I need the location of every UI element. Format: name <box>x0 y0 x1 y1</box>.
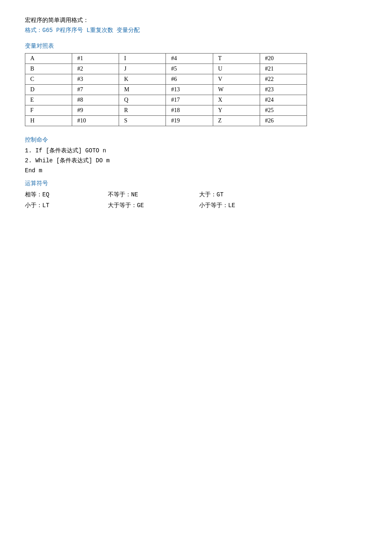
table-cell-var: #20 <box>260 54 307 64</box>
table-cell-var: #22 <box>260 74 307 85</box>
table-cell-letter: J <box>119 64 166 74</box>
table-cell-var: #24 <box>260 95 307 105</box>
table-cell-var: #4 <box>166 54 213 64</box>
table-cell-letter: Z <box>213 116 260 126</box>
table-cell-var: #7 <box>72 85 119 95</box>
table-cell-letter: A <box>25 54 72 64</box>
table-cell-letter: Q <box>119 95 166 105</box>
operators-rows: 相等：EQ不等于：NE大于：GT小于：LT大于等于：GE小于等于：LE <box>25 190 367 210</box>
ops-cell: 大于：GT <box>199 190 290 200</box>
table-cell-var: #13 <box>166 85 213 95</box>
ops-cell: 大于等于：GE <box>108 200 199 211</box>
table-cell-letter: T <box>213 54 260 64</box>
operators-section: 运算符号 相等：EQ不等于：NE大于：GT小于：LT大于等于：GE小于等于：LE <box>25 180 367 210</box>
variable-table: A#1I#4T#20B#2J#5U#21C#3K#6V#22D#7M#13W#2… <box>25 53 307 126</box>
variable-table-section: 变量对照表 A#1I#4T#20B#2J#5U#21C#3K#6V#22D#7M… <box>25 42 367 126</box>
ops-cell: 小于：LT <box>25 200 108 211</box>
table-cell-letter: F <box>25 105 72 116</box>
table-cell-var: #2 <box>72 64 119 74</box>
table-cell-var: #6 <box>166 74 213 85</box>
table-cell-letter: D <box>25 85 72 95</box>
table-cell-var: #9 <box>72 105 119 116</box>
ops-row: 相等：EQ不等于：NE大于：GT <box>25 190 367 200</box>
table-cell-letter: C <box>25 74 72 85</box>
table-cell-letter: B <box>25 64 72 74</box>
variable-table-title: 变量对照表 <box>25 42 367 50</box>
control-line: 1. If [条件表达式] GOTO n <box>25 146 367 156</box>
table-cell-var: #1 <box>72 54 119 64</box>
operators-title: 运算符号 <box>25 180 367 187</box>
table-cell-var: #17 <box>166 95 213 105</box>
ops-row: 小于：LT大于等于：GE小于等于：LE <box>25 200 367 211</box>
table-cell-letter: W <box>213 85 260 95</box>
table-cell-letter: U <box>213 64 260 74</box>
table-cell-letter: X <box>213 95 260 105</box>
table-cell-letter: R <box>119 105 166 116</box>
table-cell-letter: H <box>25 116 72 126</box>
table-cell-var: #3 <box>72 74 119 85</box>
table-cell-var: #19 <box>166 116 213 126</box>
intro-title: 宏程序的简单调用格式： <box>25 17 367 24</box>
control-line: End m <box>25 166 367 176</box>
table-cell-var: #8 <box>72 95 119 105</box>
table-cell-var: #10 <box>72 116 119 126</box>
table-cell-letter: M <box>119 85 166 95</box>
table-cell-letter: Y <box>213 105 260 116</box>
format-line: 格式：G65 P程序序号 L重复次数 变量分配 <box>25 27 367 34</box>
table-cell-letter: E <box>25 95 72 105</box>
table-cell-var: #18 <box>166 105 213 116</box>
ops-cell: 相等：EQ <box>25 190 108 200</box>
table-cell-var: #26 <box>260 116 307 126</box>
table-cell-letter: K <box>119 74 166 85</box>
table-cell-var: #21 <box>260 64 307 74</box>
control-title: 控制命令 <box>25 136 367 144</box>
table-cell-var: #5 <box>166 64 213 74</box>
table-cell-var: #23 <box>260 85 307 95</box>
table-cell-var: #25 <box>260 105 307 116</box>
table-cell-letter: S <box>119 116 166 126</box>
ops-cell: 小于等于：LE <box>199 200 290 211</box>
table-cell-letter: V <box>213 74 260 85</box>
table-cell-letter: I <box>119 54 166 64</box>
control-section: 控制命令 1. If [条件表达式] GOTO n2. While [条件表达式… <box>25 136 367 176</box>
control-lines: 1. If [条件表达式] GOTO n2. While [条件表达式] DO … <box>25 146 367 176</box>
ops-cell: 不等于：NE <box>108 190 199 200</box>
control-line: 2. While [条件表达式] DO m <box>25 156 367 166</box>
